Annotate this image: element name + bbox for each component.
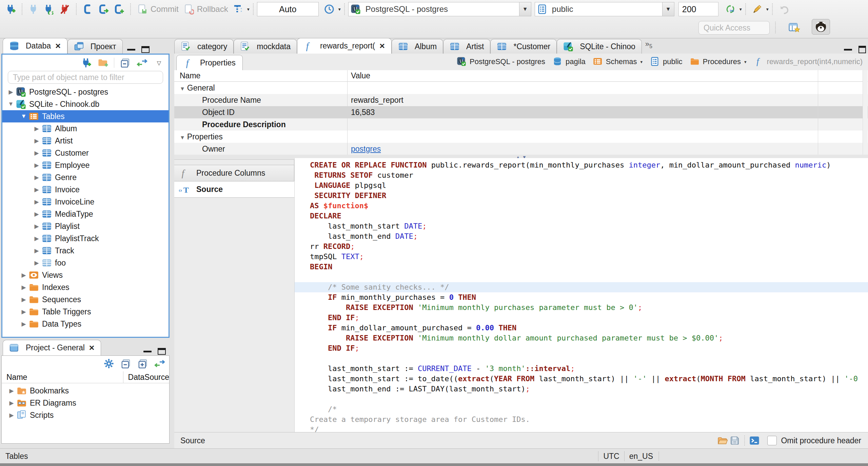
link-with-editor-icon[interactable] xyxy=(154,357,166,370)
side-tab-procedure-columns[interactable]: fProcedure Columns xyxy=(174,165,294,181)
code-line[interactable]: last_month_start := CURRENT_DATE - '3 mo… xyxy=(295,364,868,374)
tree-item-postgresql-postgres[interactable]: ▶PostgreSQL - postgres xyxy=(2,86,169,98)
column-datasource[interactable]: DataSource xyxy=(123,373,169,382)
timezone-indicator[interactable]: UTC xyxy=(603,452,619,461)
code-line[interactable]: last_month_end := LAST_DAY(last_month_st… xyxy=(295,384,868,394)
breadcrumb-item-postgresql-postgres[interactable]: PostgreSQL - postgres xyxy=(454,57,548,67)
property-value-link[interactable]: postgres xyxy=(347,144,381,154)
tree-item-playlisttrack[interactable]: ▶PlaylistTrack xyxy=(2,232,169,245)
tree-item-sqlite-chinook-db[interactable]: ▼SQLite - Chinook.db xyxy=(2,98,169,110)
rollback-label[interactable]: Rollback xyxy=(197,4,228,14)
minimize-icon[interactable] xyxy=(142,347,153,355)
collapse-all-icon[interactable] xyxy=(119,57,131,69)
schema-dropdown-icon[interactable]: ▼ xyxy=(662,2,674,16)
breadcrumb-item-procedures[interactable]: Procedures▾ xyxy=(687,57,749,67)
collapse-all-icon[interactable] xyxy=(120,357,132,370)
column-name[interactable]: Name xyxy=(2,373,123,382)
twistie-icon[interactable]: ▶ xyxy=(32,247,42,254)
editor-tab--customer[interactable]: *Customer xyxy=(490,39,557,54)
breadcrumb-item-pagila[interactable]: pagila xyxy=(550,57,588,67)
pen-mode-icon[interactable] xyxy=(750,2,764,16)
connect-icon[interactable] xyxy=(26,2,41,16)
persist-console-icon[interactable] xyxy=(748,434,761,447)
undo-icon[interactable] xyxy=(777,2,791,16)
twistie-icon[interactable]: ▶ xyxy=(19,272,29,279)
new-folder-icon[interactable] xyxy=(97,57,109,69)
open-file-icon[interactable] xyxy=(716,434,729,447)
open-perspective-icon[interactable] xyxy=(785,20,803,35)
breadcrumb-item-public[interactable]: public xyxy=(647,57,685,67)
disconnect-icon[interactable] xyxy=(58,2,72,16)
auto-refresh-icon[interactable] xyxy=(723,2,737,16)
tree-item-invoiceline[interactable]: ▶InvoiceLine xyxy=(2,196,169,208)
code-line[interactable]: SECURITY DEFINER xyxy=(295,191,868,201)
project-item-bookmarks[interactable]: ▶Bookmarks xyxy=(2,385,169,397)
code-line[interactable]: rr RECORD; xyxy=(295,241,868,252)
twistie-icon[interactable]: ▼ xyxy=(180,86,185,92)
close-icon[interactable]: ✕ xyxy=(379,42,385,50)
quick-access-box[interactable]: Quick Access xyxy=(698,21,770,35)
commit-mode-combo[interactable]: Auto xyxy=(257,2,319,16)
tree-item-table-triggers[interactable]: ▶Table Triggers xyxy=(2,306,169,318)
editor-tab-mockdata[interactable]: mockdata xyxy=(234,39,297,54)
code-line[interactable]: IF min_monthly_purchases = 0 THEN xyxy=(295,292,868,303)
schema-combo[interactable]: public ▼ xyxy=(535,2,674,16)
connection-dropdown-icon[interactable]: ▼ xyxy=(519,2,531,16)
tree-item-invoice[interactable]: ▶Invoice xyxy=(2,183,169,196)
twistie-icon[interactable]: ▶ xyxy=(32,150,42,157)
tree-item-genre[interactable]: ▶Genre xyxy=(2,171,169,183)
twistie-icon[interactable]: ▶ xyxy=(6,400,17,407)
source-code-editor[interactable]: CREATE OR REPLACE FUNCTION public.reward… xyxy=(294,158,868,432)
rollback-icon[interactable] xyxy=(181,2,196,16)
commit-label[interactable]: Commit xyxy=(151,4,179,14)
save-file-icon[interactable] xyxy=(729,434,741,447)
twistie-icon[interactable]: ▶ xyxy=(6,412,17,419)
tree-item-employee[interactable]: ▶Employee xyxy=(2,159,169,171)
side-tab-source[interactable]: ‹›TSource xyxy=(174,181,294,198)
twistie-icon[interactable]: ▶ xyxy=(32,137,42,144)
property-row-object-id[interactable]: Object ID16,583 xyxy=(174,106,868,118)
editor-tab-album[interactable]: Album xyxy=(392,39,443,54)
tree-item-customer[interactable]: ▶Customer xyxy=(2,147,169,159)
code-line[interactable] xyxy=(295,353,868,364)
tree-item-views[interactable]: ▶Views xyxy=(2,269,169,281)
code-line[interactable] xyxy=(295,394,868,404)
grid-scrollbar[interactable] xyxy=(863,70,868,155)
link-with-editor-icon[interactable] xyxy=(136,57,148,69)
tree-item-album[interactable]: ▶Album xyxy=(2,122,169,135)
transaction-log-dropdown-icon[interactable]: ▾ xyxy=(338,6,341,12)
twistie-icon[interactable]: ▶ xyxy=(6,387,17,394)
twistie-icon[interactable]: ▶ xyxy=(32,162,42,169)
editor-tab-rewards-report-[interactable]: frewards_report(✕ xyxy=(297,38,392,54)
twistie-icon[interactable]: ▶ xyxy=(32,186,42,193)
tree-item-tables[interactable]: ▼Tables xyxy=(2,110,169,122)
transaction-mode-dropdown-icon[interactable]: ▾ xyxy=(247,6,250,12)
editor-tab-category[interactable]: category xyxy=(174,39,234,54)
tab-database-navigator[interactable]: Databa ✕ xyxy=(3,38,67,54)
maximize-icon[interactable] xyxy=(140,45,151,54)
pen-mode-dropdown-icon[interactable]: ▾ xyxy=(766,6,769,12)
twistie-icon[interactable]: ▶ xyxy=(6,89,16,96)
twistie-icon[interactable]: ▶ xyxy=(32,174,42,181)
property-row-procedure-description[interactable]: Procedure Description xyxy=(174,118,868,131)
tree-item-data-types[interactable]: ▶Data Types xyxy=(2,318,169,330)
maximize-icon[interactable] xyxy=(856,45,868,54)
breadcrumb-item-schemas[interactable]: Schemas▾ xyxy=(590,57,645,67)
code-line[interactable]: last_month_start := to_date((extract(YEA… xyxy=(295,374,868,384)
expand-all-icon[interactable] xyxy=(137,357,149,370)
twistie-icon[interactable]: ▶ xyxy=(32,223,42,230)
property-row-owner[interactable]: Ownerpostgres xyxy=(174,143,868,155)
twistie-icon[interactable]: ▶ xyxy=(32,125,42,132)
tab-properties[interactable]: f Properties xyxy=(176,55,243,71)
chevron-down-icon[interactable]: ▾ xyxy=(640,59,643,64)
code-line[interactable]: tmpSQL TEXT; xyxy=(295,252,868,262)
auto-refresh-dropdown-icon[interactable]: ▾ xyxy=(739,6,742,12)
dbeaver-perspective-icon[interactable] xyxy=(812,19,830,35)
twistie-icon[interactable]: ▶ xyxy=(32,198,42,206)
code-line[interactable]: END IF; xyxy=(295,343,868,353)
commit-icon[interactable] xyxy=(135,2,149,16)
tree-item-playlist[interactable]: ▶Playlist xyxy=(2,220,169,232)
property-row-general[interactable]: ▼General xyxy=(174,82,868,94)
code-line[interactable]: END IF; xyxy=(295,313,868,323)
project-item-er-diagrams[interactable]: ▶ER Diagrams xyxy=(2,397,169,409)
